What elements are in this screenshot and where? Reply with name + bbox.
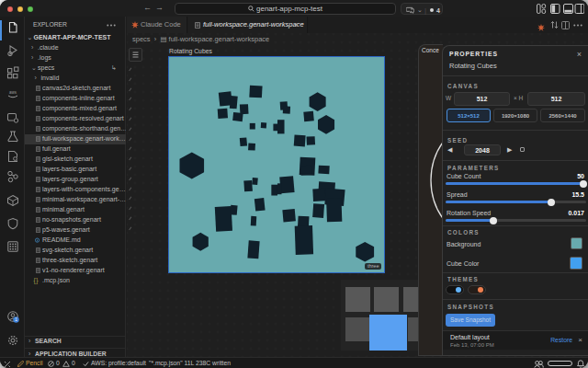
svg-text:aws: aws <box>9 90 17 95</box>
